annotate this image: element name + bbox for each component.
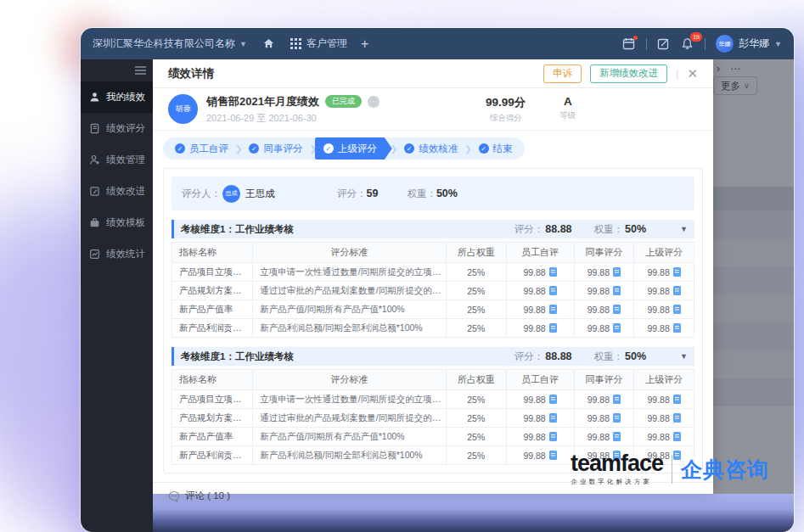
divider [705,38,706,50]
attachment-file-icon[interactable] [613,395,621,404]
self-score-cell: 99.88 [506,390,574,409]
attachment-file-icon[interactable] [613,305,621,314]
watermark-name: 企典咨询 [681,456,769,484]
chevron-down-icon: ▼ [239,40,247,48]
scoring-standard: 新产品产值/同期所有产品产值*100% [253,428,447,446]
collapse-caret-icon[interactable]: ▼ [680,225,688,233]
evaluator-bar: 评分人： 思成 王思成 评分： 59 权重： 50% [171,176,694,210]
score-value: 59 [367,188,379,199]
sidebar-item-label: 绩效评分 [106,122,145,135]
scoring-standard: 立项申请一次性通过数量/同期所提交的立项申请总数*100% [253,390,447,409]
sidebar-item-my-performance[interactable]: 我的绩效 [81,81,153,113]
dimension-section-header[interactable]: 考核维度1：工作业绩考核 评分： 88.88 权重： 50% ▼ [171,220,694,238]
user-name: 彭华娜 [739,36,769,51]
step-label: 同事评分 [263,143,302,155]
self-score-cell: 99.88 [506,263,574,282]
score-table: 指标名称 评分标准 所占权重 员工自评 同事评分 上级评分 [171,242,694,338]
company-switcher[interactable]: 深圳汇聚华企科技有限公司名称 ▼ [93,36,247,51]
appeal-button[interactable]: 申诉 [543,64,582,83]
collapse-menu-icon[interactable] [135,64,146,77]
superior-score-cell: 99.88 [634,282,694,300]
record-name: 销售部2021年月度绩效 [206,94,319,109]
comment-bubble-icon[interactable]: ··· [368,96,380,108]
user-menu[interactable]: 华娜 彭华娜 ▼ [716,35,782,53]
record-avatar: 胡蓉 [168,94,198,124]
indicator-name: 新产品利润贡献率 [172,319,253,338]
attachment-file-icon[interactable] [549,267,557,277]
bell-icon[interactable]: 19 [681,37,694,51]
step-superior-score[interactable]: ✓ 上级评分 [315,137,392,160]
watermark: teamface 企业数字化解决方案 企典咨询 [571,452,769,486]
sidebar-item-performance-score[interactable]: 绩效评分 [81,113,153,144]
chart-icon [89,249,100,260]
attachment-file-icon[interactable] [613,432,621,441]
indicator-row: 产品项目立项一次性通过率 立项申请一次性通过数量/同期所提交的立项申请总数*10… [172,390,694,409]
attachment-file-icon[interactable] [549,395,557,404]
step-self-evaluation[interactable]: ✓ 员工自评 [166,137,237,160]
indicator-name: 新产品产值率 [172,300,253,319]
attachment-file-icon[interactable] [613,413,621,423]
sidebar-item-label: 绩效模板 [106,216,145,229]
home-icon[interactable] [262,37,275,50]
superior-score-cell: 99.88 [634,263,694,282]
attachment-file-icon[interactable] [673,305,681,314]
attachment-file-icon[interactable] [673,286,681,295]
weight-value: 50% [625,350,646,362]
sidebar-item-performance-manage[interactable]: 绩效管理 [81,144,153,176]
attachment-file-icon[interactable] [549,413,557,423]
watermark-brand: teamface [571,452,663,475]
screen: 深圳汇聚华企科技有限公司名称 ▼ 客户管理 + [0,0,804,532]
attachment-file-icon[interactable] [613,286,621,295]
performance-detail-modal: 绩效详情 申诉 新增绩效改进 | ✕ 胡蓉 销售部2021年月度绩效 已完成 [153,59,713,494]
nav-app-tab[interactable]: 客户管理 [290,36,347,51]
superior-score-cell: 99.88 [634,390,694,409]
weight-value: 50% [436,188,458,199]
attachment-file-icon[interactable] [549,305,557,314]
indicator-row: 产品项目立项一次性通过率 立项申请一次性通过数量/同期所提交的立项申请总数*10… [172,263,694,282]
peer-score-cell: 99.88 [574,282,634,300]
workflow-steps: ✓ 员工自评 ❯ ✓ 同事评分 ❯ ✓ 上级评分 ❯ [153,131,713,165]
person-icon [89,92,100,103]
weight-cell: 25% [446,282,506,300]
attachment-file-icon[interactable] [549,451,557,460]
sidebar-item-performance-stats[interactable]: 绩效统计 [81,238,153,270]
edit-note-icon[interactable] [657,37,671,51]
attachment-file-icon[interactable] [673,395,681,404]
divider [672,455,672,484]
attachment-file-icon[interactable] [673,413,681,423]
column-header: 指标名称 [172,243,253,263]
dimension-section-header[interactable]: 考核维度1：工作业绩考核 评分： 88.88 权重： 50% ▼ [171,347,694,366]
collapse-caret-icon[interactable]: ▼ [680,352,688,361]
calendar-icon[interactable] [622,37,636,51]
column-header: 员工自评 [506,243,574,263]
scoring-standard: 立项申请一次性通过数量/同期所提交的立项申请总数*100% [253,263,447,282]
column-header: 所占权重 [446,243,506,263]
attachment-file-icon[interactable] [673,323,681,333]
step-label: 结束 [493,143,513,155]
attachment-file-icon[interactable] [613,267,621,277]
attachment-file-icon[interactable] [549,323,557,333]
person-gear-icon [89,154,100,165]
briefcase-icon [89,217,100,228]
evaluation-card: 评分人： 思成 王思成 评分： 59 权重： 50% 考核维度1：工作业绩考核 … [163,168,703,473]
attachment-file-icon[interactable] [673,267,681,277]
modal-header: 绩效详情 申诉 新增绩效改进 | ✕ [153,59,713,88]
notification-badge: 19 [690,32,702,42]
add-tab-button[interactable]: + [361,37,368,51]
check-icon: ✓ [323,143,334,154]
sidebar-item-performance-improve[interactable]: 绩效改进 [81,176,153,207]
step-peer-score[interactable]: ✓ 同事评分 [240,137,311,160]
attachment-file-icon[interactable] [613,323,621,333]
step-finished[interactable]: ✓ 结束 [470,137,521,160]
new-improvement-button[interactable]: 新增绩效改进 [590,64,667,83]
attachment-file-icon[interactable] [549,286,557,295]
indicator-row: 新产品利润贡献率 新产品利润总额/同期全部利润总额*100% 25% 99.88… [172,319,694,338]
close-icon[interactable]: ✕ [687,67,698,80]
evaluator-label: 评分人： [182,188,221,200]
status-badge: 已完成 [325,95,362,108]
step-approval[interactable]: ✓ 绩效核准 [396,137,466,160]
attachment-file-icon[interactable] [549,432,557,441]
sidebar-item-performance-template[interactable]: 绩效模板 [81,207,153,238]
attachment-file-icon[interactable] [673,432,681,441]
weight-cell: 25% [446,390,506,409]
